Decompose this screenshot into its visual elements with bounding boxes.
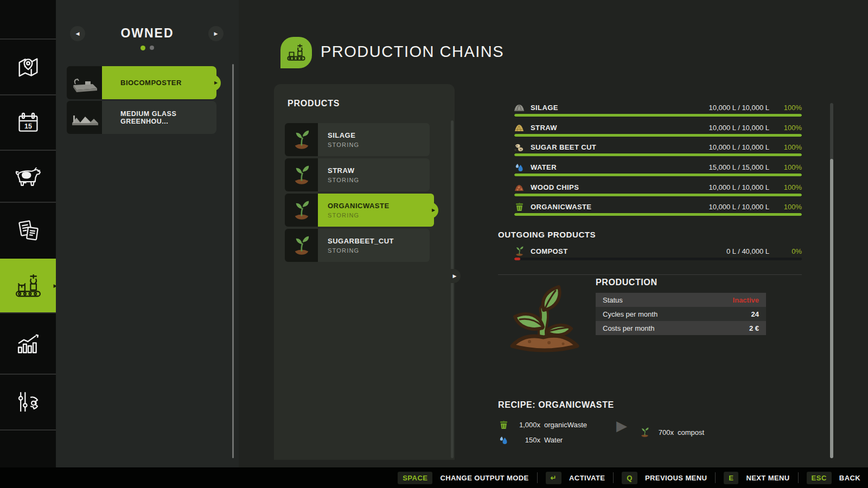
storage-amount: 10,000 L / 10,000 L — [709, 104, 769, 112]
page-dot-active[interactable] — [141, 46, 145, 50]
product-item-straw[interactable]: STRAW STORING — [285, 158, 430, 191]
products-scrollbar[interactable] — [451, 120, 454, 458]
esc-key: ESC — [807, 472, 832, 484]
costs-value: 2 € — [749, 324, 759, 332]
storage-bar — [514, 153, 802, 156]
hotkey-back[interactable]: ESC BACK — [807, 472, 860, 484]
cycles-value: 24 — [751, 310, 759, 318]
storage-percent: 100% — [779, 203, 802, 211]
storage-row-organicwaste: ORGANICWASTE 10,000 L / 10,000 L 100% — [498, 200, 802, 216]
calendar-icon: 15 — [15, 109, 42, 136]
storage-name: ORGANICWASTE — [531, 203, 709, 211]
row-label: Cycles per month — [603, 310, 751, 318]
recipe-qty: 1,000x — [509, 421, 540, 429]
production-chains-icon — [13, 271, 43, 301]
e-key: E — [724, 472, 738, 484]
storage-percent: 100% — [779, 104, 802, 112]
hotkey-label: PREVIOUS MENU — [645, 474, 707, 482]
owned-item-greenhouse[interactable]: MEDIUM GLASS GREENHOU... — [67, 101, 216, 134]
owned-scrollbar[interactable] — [232, 64, 234, 458]
storage-row-straw: STRAW 10,000 L / 10,000 L 100% — [498, 121, 802, 137]
q-key: Q — [622, 472, 637, 484]
owned-list: BIOCOMPOSTER ▶ MEDIUM GLASS GREENHOU... — [67, 66, 216, 134]
page-dot[interactable] — [150, 46, 154, 50]
recipe-arrow-icon: ▶ — [616, 418, 627, 434]
straw-icon — [513, 123, 525, 132]
product-item-silage[interactable]: SILAGE STORING — [285, 123, 430, 156]
sidebar-item-contracts[interactable] — [0, 203, 56, 258]
sprout-thumbnail — [285, 194, 318, 227]
sprout-thumbnail — [285, 123, 318, 156]
recipe-output-compost: 700x compost — [639, 425, 704, 439]
recipe-qty: 150x — [509, 436, 540, 444]
compost-sprout-illustration — [503, 278, 586, 359]
settings-sliders-gear-icon — [14, 388, 42, 416]
recipe-name: Water — [544, 436, 563, 444]
divider — [715, 472, 716, 483]
hotkey-previous-menu[interactable]: Q PREVIOUS MENU — [622, 472, 707, 484]
storage-name: SUGAR BEET CUT — [531, 143, 709, 151]
wood-chips-icon — [513, 183, 525, 191]
section-divider — [498, 274, 802, 275]
compost-icon — [513, 246, 525, 256]
product-status: STORING — [328, 212, 434, 219]
hotkey-label: CHANGE OUTPUT MODE — [440, 474, 528, 482]
storage-percent: 100% — [779, 183, 802, 191]
divider — [0, 429, 56, 431]
table-row-costs: Costs per month 2 € — [596, 321, 766, 335]
products-title: PRODUCTS — [288, 99, 340, 108]
sidebar-item-map[interactable] — [0, 40, 56, 94]
production-table: Status Inactive Cycles per month 24 Cost… — [596, 293, 766, 335]
divider — [537, 472, 538, 483]
status-value: Inactive — [733, 296, 759, 304]
storage-percent: 100% — [779, 163, 802, 171]
hotkey-change-output-mode[interactable]: SPACE CHANGE OUTPUT MODE — [398, 472, 529, 484]
selected-product-arrow-notch: ▶ — [429, 202, 438, 219]
products-panel: PRODUCTS SILAGE STORING STRAW STORING — [274, 84, 455, 460]
divider — [798, 472, 799, 483]
storage-row-silage: SILAGE 10,000 L / 10,000 L 100% — [498, 101, 802, 117]
storage-row-sugar-beet-cut: SUGAR BEET CUT 10,000 L / 10,000 L 100% — [498, 140, 802, 156]
right-scrollbar-thumb[interactable] — [830, 159, 833, 458]
recipe-title: RECIPE: ORGANICWASTE — [498, 400, 614, 410]
selected-item-arrow-notch: ▶ — [211, 75, 221, 91]
hotkey-activate[interactable]: ↵ ACTIVATE — [546, 472, 605, 484]
sidebar-item-statistics[interactable] — [0, 313, 56, 374]
recipe-input-organicwaste: 1,000x organicWaste — [498, 418, 587, 432]
sidebar-item-production[interactable]: ▶ — [0, 259, 56, 312]
product-item-sugarbeet-cut[interactable]: SUGARBEET_CUT STORING — [285, 229, 430, 262]
storage-name: COMPOST — [531, 247, 726, 255]
storage-amount: 10,000 L / 10,000 L — [709, 143, 769, 151]
page-dots — [56, 46, 239, 50]
statistics-icon — [14, 330, 42, 358]
owned-item-biocomposter[interactable]: BIOCOMPOSTER ▶ — [67, 66, 216, 99]
storage-amount: 10,000 L / 10,000 L — [709, 124, 769, 132]
storage-amount: 10,000 L / 10,000 L — [709, 203, 769, 211]
storage-bar — [514, 174, 802, 176]
hotkey-label: NEXT MENU — [746, 474, 789, 482]
organicwaste-icon — [498, 420, 509, 429]
biocomposter-thumbnail — [67, 66, 102, 99]
sidebar-item-animals[interactable] — [0, 151, 56, 202]
sidebar-item-settings[interactable] — [0, 375, 56, 429]
product-name: STRAW — [328, 166, 430, 175]
product-status: STORING — [328, 177, 430, 183]
panel-expand-arrow[interactable]: ▶ — [449, 269, 461, 283]
storage-amount: 10,000 L / 10,000 L — [709, 183, 769, 191]
storage-percent: 100% — [779, 124, 802, 132]
page-title: PRODUCTION CHAINS — [321, 43, 504, 61]
space-key: SPACE — [398, 472, 432, 484]
recipe-name: compost — [678, 428, 704, 436]
storage-name: SILAGE — [531, 104, 709, 112]
table-row-status: Status Inactive — [596, 293, 766, 307]
hotkey-next-menu[interactable]: E NEXT MENU — [724, 472, 789, 484]
storage-bar — [514, 258, 802, 260]
product-item-organicwaste[interactable]: ORGANICWASTE STORING ▶ — [285, 194, 434, 227]
sidebar-item-calendar[interactable]: 15 — [0, 95, 56, 150]
product-status: STORING — [328, 142, 430, 148]
row-label: Status — [603, 296, 733, 304]
storage-name: WOOD CHIPS — [531, 183, 709, 191]
storage-amount: 0 L / 40,000 L — [726, 247, 769, 255]
storage-row-wood-chips: WOOD CHIPS 10,000 L / 10,000 L 100% — [498, 181, 802, 196]
sprout-thumbnail — [285, 229, 318, 262]
